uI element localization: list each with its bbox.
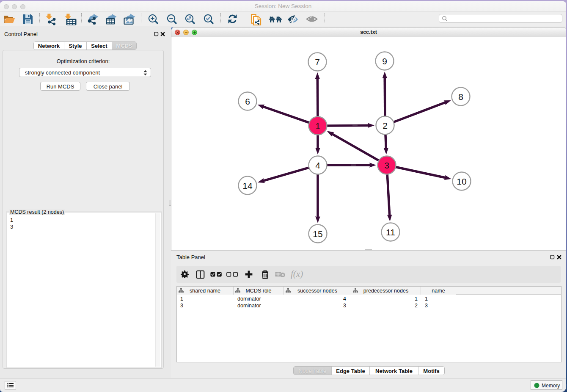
svg-text:4: 4: [315, 160, 320, 170]
svg-text:9: 9: [382, 56, 387, 66]
svg-text:2: 2: [383, 121, 388, 130]
svg-text:3: 3: [384, 160, 389, 170]
svg-text:8: 8: [458, 92, 463, 102]
svg-text:11: 11: [386, 227, 395, 237]
svg-text:10: 10: [457, 177, 466, 186]
svg-text:7: 7: [315, 57, 320, 67]
svg-text:6: 6: [245, 97, 250, 106]
svg-text:1: 1: [315, 121, 320, 131]
svg-text:14: 14: [242, 181, 253, 190]
svg-text:15: 15: [313, 229, 322, 239]
